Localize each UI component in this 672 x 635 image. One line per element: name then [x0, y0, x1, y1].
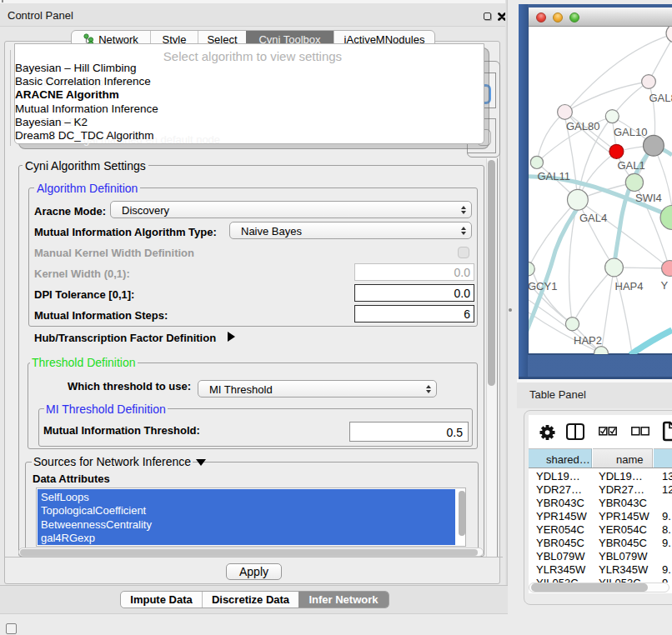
svg-text:GAL8: GAL8	[649, 92, 672, 104]
svg-text:GAL4: GAL4	[579, 212, 607, 224]
svg-text:HAP2: HAP2	[574, 334, 602, 347]
svg-text:GAL10: GAL10	[614, 126, 647, 138]
svg-text:GCY1: GCY1	[529, 280, 557, 292]
svg-text:SWI4: SWI4	[635, 192, 662, 204]
svg-text:GAL11: GAL11	[538, 170, 571, 182]
svg-text:GAL80: GAL80	[566, 120, 599, 132]
svg-text:Y: Y	[661, 279, 669, 292]
svg-text:HAP4: HAP4	[615, 280, 644, 292]
svg-text:GAL1: GAL1	[618, 159, 645, 172]
